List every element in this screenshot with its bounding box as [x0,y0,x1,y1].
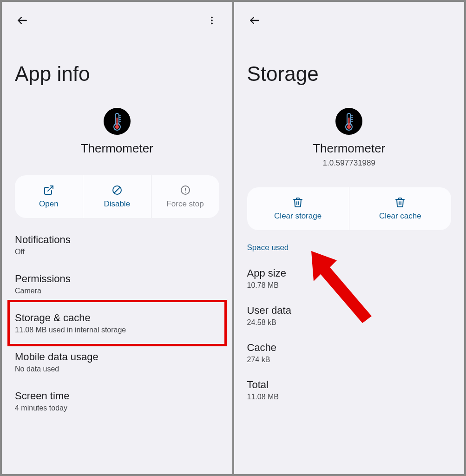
force-stop-icon [180,185,191,196]
list-item-title: Mobile data usage [15,351,219,363]
svg-point-2 [211,20,213,21]
stat-value: 11.08 MB [247,393,452,401]
svg-rect-22 [348,118,350,127]
back-button[interactable] [245,11,264,30]
section-header: Space used [234,234,465,256]
stat-title: Cache [247,342,452,354]
mobile-data-item[interactable]: Mobile data usage No data used [2,343,232,382]
list-item-sub: 4 minutes today [15,404,219,412]
stat-value: 10.78 MB [247,281,452,290]
storage-cache-item[interactable]: Storage & cache 11.08 MB used in interna… [2,304,232,343]
app-name: Thermometer [313,141,385,156]
app-info-screen: App info Thermometer Open Disable Force … [2,2,232,474]
app-name: Thermometer [81,141,153,156]
svg-point-1 [211,17,213,19]
open-label: Open [39,199,59,209]
disable-button[interactable]: Disable [83,175,151,218]
page-title: App info [2,39,232,104]
notifications-item[interactable]: Notifications Off [2,225,232,264]
app-version: 1.0.597731989 [323,159,375,168]
stats-list: App size 10.78 MB User data 24.58 kB Cac… [234,256,465,412]
app-header: Thermometer [2,104,232,167]
list-item-title: Permissions [15,273,219,285]
thermometer-icon [342,112,356,131]
trash-icon [394,197,406,208]
screen-time-item[interactable]: Screen time 4 minutes today [2,382,232,421]
user-data-item: User data 24.58 kB [234,297,465,334]
permissions-item[interactable]: Permissions Camera [2,264,232,304]
cache-item: Cache 274 kB [234,334,465,371]
more-vert-icon [207,15,217,26]
stat-title: App size [247,267,452,279]
stat-title: User data [247,304,452,317]
settings-list: Notifications Off Permissions Camera Sto… [2,222,232,424]
svg-line-12 [48,186,53,191]
svg-line-14 [114,187,120,193]
list-item-title: Notifications [15,234,219,246]
svg-point-3 [211,23,213,25]
app-icon [104,108,131,135]
total-item: Total 11.08 MB [234,371,465,409]
clear-cache-label: Clear cache [379,212,421,221]
list-item-sub: No data used [15,365,219,373]
list-item-title: Screen time [15,390,219,402]
topbar [234,2,465,39]
open-button[interactable]: Open [15,175,83,218]
trash-icon [292,197,303,208]
thermometer-icon [110,112,124,131]
list-item-title: Storage & cache [15,312,219,324]
list-item-sub: Off [15,248,219,256]
back-arrow-icon [16,14,28,26]
open-icon [43,185,54,196]
back-arrow-icon [249,14,261,26]
action-row: Open Disable Force stop [15,175,219,218]
list-item-sub: Camera [15,287,219,295]
clear-cache-button[interactable]: Clear cache [349,187,451,230]
topbar [2,2,232,39]
stat-title: Total [247,379,452,391]
back-button[interactable] [13,11,32,30]
disable-icon [112,185,123,196]
clear-storage-button[interactable]: Clear storage [247,187,349,230]
app-size-item: App size 10.78 MB [234,260,465,297]
svg-rect-7 [116,118,118,127]
storage-screen: Storage Thermometer 1.0.597731989 Clear … [234,2,465,474]
svg-point-17 [185,192,186,193]
disable-label: Disable [104,199,130,209]
app-icon [335,108,362,135]
clear-storage-label: Clear storage [274,212,322,221]
action-row: Clear storage Clear cache [247,187,452,230]
stat-value: 274 kB [247,356,452,364]
list-item-sub: 11.08 MB used in internal storage [15,326,219,334]
stat-value: 24.58 kB [247,318,452,327]
force-stop-label: Force stop [166,199,203,209]
overflow-menu-button[interactable] [203,11,221,30]
app-header: Thermometer 1.0.597731989 [234,104,465,179]
page-title: Storage [234,39,465,104]
force-stop-button[interactable]: Force stop [151,175,219,218]
